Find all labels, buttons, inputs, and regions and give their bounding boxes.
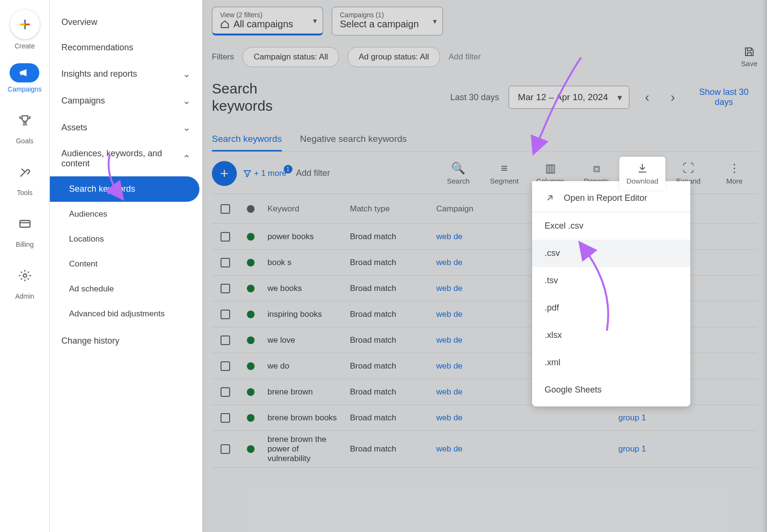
dl-label: .csv	[545, 248, 560, 258]
save-icon	[744, 46, 755, 58]
save-button[interactable]: Save	[741, 46, 757, 68]
prev-arrow[interactable]: ‹	[639, 90, 655, 105]
home-icon	[220, 20, 230, 29]
sidebar-item-change-history[interactable]: Change history	[50, 328, 202, 354]
row-checkbox[interactable]	[221, 361, 230, 371]
cell-match: Broad match	[345, 358, 431, 375]
cell-match: Broad match	[345, 383, 431, 401]
sidebar-item-locations[interactable]: Locations	[50, 227, 202, 252]
cell-keyword: we love	[263, 332, 345, 349]
cell-keyword: inspiring books	[263, 306, 345, 323]
sidebar-item-ad-schedule[interactable]: Ad schedule	[50, 277, 202, 301]
sidebar-label: Campaigns	[61, 96, 105, 106]
toolbar-add-filter[interactable]: Add filter	[296, 168, 330, 178]
col-keyword[interactable]: Keyword	[263, 200, 345, 218]
chevron-down-icon: ⌄	[183, 95, 191, 106]
download-menu: Open in Report Editor Excel .csv .csv .t…	[532, 181, 690, 406]
status-dot	[247, 233, 255, 241]
billing-label: Billing	[16, 241, 34, 248]
cell-match: Broad match	[345, 306, 431, 323]
columns-icon: ▥	[545, 162, 556, 175]
sidebar-label: Insights and reports	[61, 69, 137, 79]
download-excel-csv[interactable]: Excel .csv	[532, 212, 690, 240]
download-pdf[interactable]: .pdf	[532, 294, 690, 322]
download-tsv[interactable]: .tsv	[532, 267, 690, 294]
cell-campaign[interactable]: web de	[431, 440, 614, 458]
tool-segment[interactable]: ≡Segment	[481, 162, 527, 185]
cell-campaign[interactable]: web de	[431, 409, 614, 427]
cell-group[interactable]: group 1	[614, 440, 681, 458]
campaigns-label: Campaigns	[8, 85, 42, 93]
download-open-report-editor[interactable]: Open in Report Editor	[532, 184, 690, 212]
cell-keyword: we books	[263, 280, 345, 297]
download-google-sheets[interactable]: Google Sheets	[532, 376, 690, 404]
cell-keyword: brene brown the power of vulnerability	[263, 431, 345, 467]
download-csv[interactable]: .csv	[532, 240, 690, 267]
tool-more[interactable]: ⋮More	[711, 162, 757, 185]
row-checkbox[interactable]	[221, 258, 230, 267]
cell-match: Broad match	[345, 228, 431, 245]
sidebar-item-content[interactable]: Content	[50, 252, 202, 277]
date-range-value: Mar 12 – Apr 10, 2024	[518, 92, 608, 102]
sidebar-label: Overview	[61, 17, 97, 27]
create-button[interactable]: Create	[10, 10, 40, 50]
add-fab[interactable]: +	[212, 161, 237, 186]
tab-search-keywords[interactable]: Search keywords	[212, 128, 282, 151]
filter-chip-campaign-status[interactable]: Campaign status: All	[243, 47, 339, 67]
plus-one-more-filter[interactable]: + 1 more 1	[243, 169, 287, 178]
cell-match: Broad match	[345, 440, 431, 458]
sidebar-label: Ad schedule	[69, 284, 114, 294]
download-xlsx[interactable]: .xlsx	[532, 322, 690, 349]
select-all-checkbox[interactable]	[221, 204, 230, 214]
sidebar-item-recommendations[interactable]: Recommendations	[50, 35, 202, 60]
campaign-selector[interactable]: Campaigns (1) Select a campaign ▾	[332, 7, 443, 35]
col-match[interactable]: Match type	[345, 200, 431, 218]
row-checkbox[interactable]	[221, 387, 230, 397]
cell-keyword: book s	[263, 254, 345, 271]
more-icon: ⋮	[729, 162, 740, 175]
status-dot	[247, 336, 255, 344]
date-range-selector[interactable]: Mar 12 – Apr 10, 2024 ▾	[509, 86, 629, 109]
download-xml[interactable]: .xml	[532, 349, 690, 376]
tool-label: Download	[627, 177, 659, 185]
dl-label: Excel .csv	[545, 221, 583, 231]
sidebar-item-insights[interactable]: Insights and reports⌄	[50, 60, 202, 87]
rail-goals[interactable]: Goals	[11, 106, 39, 145]
rail-campaigns[interactable]: Campaigns	[8, 63, 42, 93]
tool-search[interactable]: 🔍Search	[435, 162, 481, 185]
cell-keyword: brene brown books	[263, 409, 345, 427]
row-checkbox[interactable]	[221, 444, 230, 454]
row-checkbox[interactable]	[221, 413, 230, 423]
sidebar-item-campaigns[interactable]: Campaigns⌄	[50, 87, 202, 114]
tool-download[interactable]: Download	[619, 157, 665, 190]
table-row[interactable]: brene brown books Broad match web de gro…	[212, 405, 757, 431]
filter-icon	[243, 169, 252, 178]
show-last-link[interactable]: Show last 30 days	[690, 87, 757, 107]
row-checkbox[interactable]	[221, 335, 230, 345]
main-content: View (2 filters) All campaigns ▾ Campaig…	[202, 0, 767, 532]
add-filter-link[interactable]: Add filter	[449, 52, 481, 62]
campaign-selector-value: Select a campaign	[340, 19, 419, 30]
sidebar-item-overview[interactable]: Overview	[50, 10, 202, 35]
sidebar-item-bid-adjustments[interactable]: Advanced bid adjustments	[50, 301, 202, 326]
row-checkbox[interactable]	[221, 284, 230, 293]
row-checkbox[interactable]	[221, 232, 230, 242]
rail-billing[interactable]: Billing	[11, 210, 39, 248]
search-icon: 🔍	[451, 162, 465, 175]
row-checkbox[interactable]	[221, 310, 230, 319]
trophy-icon	[18, 114, 32, 127]
cell-match: Broad match	[345, 280, 431, 297]
cell-keyword: brene brown	[263, 383, 345, 401]
view-selector-small: View (2 filters)	[220, 11, 315, 19]
next-arrow[interactable]: ›	[665, 90, 681, 105]
sidebar-item-assets[interactable]: Assets⌄	[50, 114, 202, 141]
dl-label: Google Sheets	[545, 385, 602, 395]
cell-group[interactable]: group 1	[614, 409, 681, 427]
table-row[interactable]: brene brown the power of vulnerability B…	[212, 431, 757, 468]
view-selector[interactable]: View (2 filters) All campaigns ▾	[212, 7, 323, 35]
filter-chip-adgroup-status[interactable]: Ad group status: All	[348, 47, 440, 67]
tab-negative-keywords[interactable]: Negative search keywords	[300, 128, 407, 151]
rail-tools[interactable]: Tools	[11, 158, 39, 197]
rail-admin[interactable]: Admin	[11, 262, 39, 300]
tool-label: More	[726, 177, 743, 185]
